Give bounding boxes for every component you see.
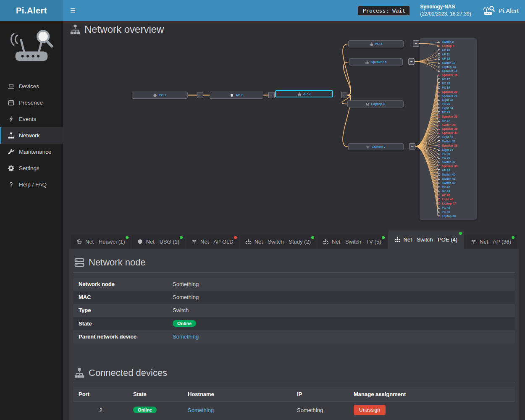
cluster-device[interactable]: Switch 32 bbox=[438, 140, 475, 143]
network-node-pc-4[interactable]: PC 4 bbox=[348, 40, 404, 47]
collapse-toggle[interactable]: − bbox=[408, 58, 415, 65]
collapse-toggle[interactable]: − bbox=[341, 92, 347, 98]
pialert-logo-icon bbox=[481, 5, 495, 16]
cluster-device[interactable]: Laptop 9 bbox=[438, 45, 475, 47]
cluster-device[interactable]: Light 46 bbox=[438, 198, 475, 201]
device-icon bbox=[438, 136, 440, 138]
device-name: AP 11 bbox=[442, 53, 450, 56]
collapse-toggle[interactable]: − bbox=[413, 40, 419, 47]
tab-net-usg-1[interactable]: Net - USG (1) bbox=[132, 235, 185, 249]
cluster-device[interactable]: PC 25 bbox=[438, 111, 475, 114]
sidebar-item-events[interactable]: Events bbox=[0, 111, 63, 127]
cluster-device[interactable]: Light 31 bbox=[438, 136, 475, 139]
hostname-link[interactable]: Something bbox=[188, 407, 214, 413]
network-node-pc-1[interactable]: PC 1 bbox=[132, 92, 188, 99]
unassign-button[interactable]: Unassign bbox=[354, 405, 386, 415]
tab-label: Net - AP (36) bbox=[480, 239, 511, 245]
network-node-speaker-5[interactable]: Speaker 5 bbox=[349, 58, 403, 66]
cluster-device[interactable]: Switch 37 bbox=[438, 160, 475, 163]
calendar-icon bbox=[7, 100, 15, 106]
cluster-device[interactable]: AP 39 bbox=[438, 169, 475, 172]
cluster-device[interactable]: PC 19 bbox=[438, 86, 475, 89]
cluster-device[interactable]: Switch 13 bbox=[438, 61, 475, 64]
cluster-device[interactable]: AP 45 bbox=[438, 194, 475, 197]
row-value: Something bbox=[168, 278, 514, 291]
cluster-device[interactable]: Speaker 16 bbox=[438, 74, 475, 76]
cluster-device[interactable]: AP 11 bbox=[438, 53, 475, 56]
network-node-ap-2[interactable]: AP 2 bbox=[210, 92, 263, 99]
sidebar: DevicesPresenceEventsNetworkMaintenanceS… bbox=[0, 21, 63, 420]
sidebar-item-presence[interactable]: Presence bbox=[0, 94, 63, 111]
cluster-device[interactable]: PC 43 bbox=[438, 186, 475, 189]
cluster-device[interactable]: Speaker 20 bbox=[438, 90, 475, 93]
table-row: Parent network deviceSomething bbox=[74, 330, 514, 343]
device-icon bbox=[438, 194, 440, 196]
parent-device-link[interactable]: Something bbox=[173, 333, 199, 340]
laptop-icon bbox=[366, 102, 369, 106]
shield-icon bbox=[230, 94, 234, 97]
cluster-device[interactable]: Speaker 29 bbox=[438, 127, 475, 130]
row-label: Parent network device bbox=[74, 330, 168, 343]
cluster-device[interactable]: PC 23 bbox=[438, 102, 475, 105]
status-badge: Online bbox=[173, 320, 196, 327]
cluster-device[interactable]: Switch 41 bbox=[438, 177, 475, 180]
cluster-device[interactable]: Speaker 38 bbox=[438, 165, 475, 168]
device-name: Switch 42 bbox=[442, 181, 455, 184]
cluster-device[interactable]: Speaker 15 bbox=[438, 69, 475, 72]
brand-logo[interactable]: Pi.Alert bbox=[0, 0, 63, 21]
device-name: Switch 28 bbox=[442, 123, 455, 126]
cluster-device[interactable]: Speaker 21 bbox=[438, 94, 475, 97]
cluster-device[interactable]: PC 49 bbox=[438, 210, 475, 213]
cluster-device[interactable]: Light 34 bbox=[438, 148, 475, 151]
sidebar-item-network[interactable]: Network bbox=[0, 127, 63, 144]
wrench-icon bbox=[7, 149, 15, 155]
cluster-device[interactable]: PC 18 bbox=[438, 82, 475, 85]
device-name: Laptop 47 bbox=[442, 202, 456, 205]
cluster-device[interactable]: PC 36 bbox=[438, 156, 475, 159]
network-node-laptop-6[interactable]: Laptop 6 bbox=[347, 100, 404, 108]
cluster-device[interactable]: AP 27 bbox=[438, 119, 475, 122]
tab-net-ap-36[interactable]: Net - AP (36) bbox=[465, 235, 517, 249]
hostname-cell: Something bbox=[183, 402, 292, 419]
tab-net-switch-poe-4[interactable]: Net - Switch - POE (4) bbox=[388, 231, 465, 249]
tab-net-switch-tv-5[interactable]: Net - Switch - TV (5) bbox=[318, 235, 387, 249]
cluster-device[interactable]: AP 17 bbox=[438, 78, 475, 81]
cluster-device[interactable]: AP 12 bbox=[438, 57, 475, 60]
device-name: Light 22 bbox=[442, 98, 453, 101]
device-icon bbox=[438, 107, 440, 109]
sidebar-item-help-faq[interactable]: Help / FAQ bbox=[0, 176, 63, 193]
collapse-toggle[interactable]: − bbox=[409, 143, 415, 150]
device-name: Speaker 38 bbox=[442, 165, 457, 168]
network-node-ap-3[interactable]: AP 3 bbox=[275, 90, 333, 97]
cluster-device[interactable]: PC 48 bbox=[438, 206, 475, 209]
cluster-device[interactable]: AP 10 bbox=[438, 49, 475, 52]
collapse-toggle[interactable]: − bbox=[197, 92, 203, 98]
cluster-device[interactable]: Switch 42 bbox=[438, 181, 475, 184]
sidebar-item-maintenance[interactable]: Maintenance bbox=[0, 144, 63, 160]
network-node-laptop-7[interactable]: Laptop 7 bbox=[348, 143, 404, 150]
tab-net-huawei-1[interactable]: Net - Huawei (1) bbox=[71, 235, 131, 249]
cluster-device[interactable]: AP 44 bbox=[438, 189, 475, 192]
cluster-device[interactable]: Speaker 33 bbox=[438, 144, 475, 147]
status-dot-green bbox=[459, 232, 462, 235]
network-node-title: Network node bbox=[74, 257, 514, 268]
app-logo[interactable]: Pi.Alert bbox=[481, 5, 519, 16]
tab-net-switch-study-2[interactable]: Net - Switch - Study (2) bbox=[240, 235, 316, 249]
cluster-device[interactable]: Laptop 47 bbox=[438, 202, 475, 205]
cluster-device[interactable]: Light 22 bbox=[438, 98, 475, 101]
device-icon bbox=[438, 157, 440, 159]
sidebar-item-settings[interactable]: Settings bbox=[0, 160, 63, 176]
sidebar-toggle-icon[interactable]: ≡ bbox=[70, 6, 76, 15]
cluster-device[interactable]: Speaker 30 bbox=[438, 131, 475, 134]
cluster-device[interactable]: Light 24 bbox=[438, 107, 475, 110]
cluster-device[interactable]: Switch 8 bbox=[438, 40, 475, 43]
cluster-device[interactable]: Switch 40 bbox=[438, 173, 475, 176]
cluster-device[interactable]: Laptop 14 bbox=[438, 66, 475, 68]
sidebar-item-devices[interactable]: Devices bbox=[0, 78, 63, 94]
cluster-device[interactable]: PC 35 bbox=[438, 152, 475, 155]
tab-net-ap-old[interactable]: Net - AP OLD bbox=[186, 235, 239, 249]
cluster-device[interactable]: Switch 28 bbox=[438, 123, 475, 126]
cluster-device[interactable]: Laptop 50 bbox=[438, 215, 475, 218]
cluster-device[interactable]: Speaker 26 bbox=[438, 115, 475, 118]
collapse-toggle[interactable]: − bbox=[268, 92, 275, 98]
